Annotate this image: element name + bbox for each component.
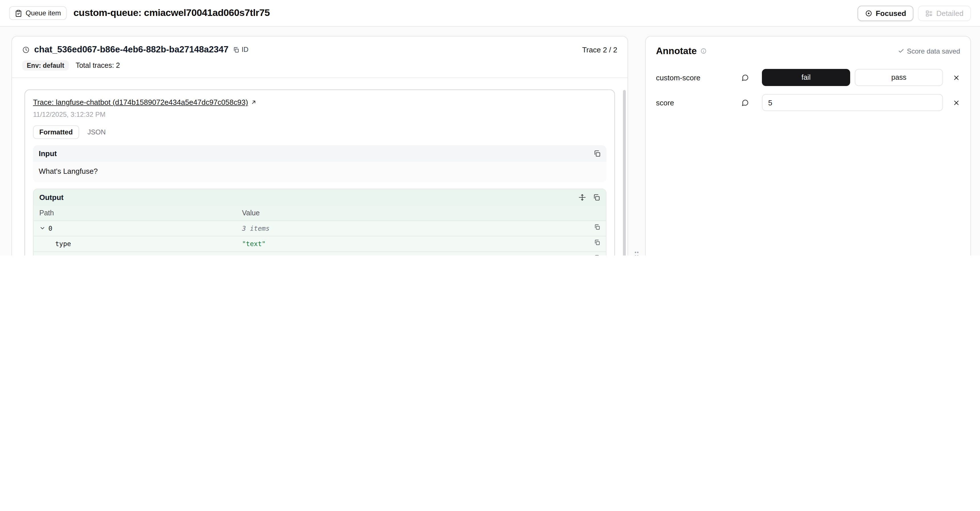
info-icon[interactable] bbox=[700, 48, 706, 54]
column-header-value: Value bbox=[236, 205, 606, 221]
trace-session-title: chat_536ed067-b86e-4eb6-882b-ba27148a234… bbox=[34, 45, 228, 55]
copy-icon[interactable] bbox=[594, 224, 600, 230]
queue-item-badge-label: Queue item bbox=[25, 9, 61, 17]
delete-score-button[interactable] bbox=[943, 99, 960, 106]
score-option-pass[interactable]: pass bbox=[855, 69, 943, 86]
trace-timestamp-1: 11/12/2025, 3:12:32 PM bbox=[33, 110, 606, 118]
expand-icon[interactable] bbox=[579, 194, 586, 201]
input-label: Input bbox=[39, 149, 57, 158]
annotate-panel: Annotate Score data saved custom-score f… bbox=[645, 36, 971, 256]
vertical-scrollbar[interactable] bbox=[623, 90, 626, 256]
score-row-custom-score: custom-score fail pass bbox=[656, 69, 960, 86]
queue-item-icon bbox=[15, 10, 22, 17]
copy-icon[interactable] bbox=[594, 255, 600, 256]
trace-counter: Trace 2 / 2 bbox=[582, 45, 617, 54]
table-row[interactable]: 0 3 items bbox=[33, 221, 606, 236]
delete-score-button[interactable] bbox=[943, 74, 960, 81]
trace-card-1: Trace: langfuse-chatbot (d174b1589072e43… bbox=[24, 89, 615, 256]
trace-panel: chat_536ed067-b86e-4eb6-882b-ba27148a234… bbox=[11, 36, 628, 256]
trace-panel-header: chat_536ed067-b86e-4eb6-882b-ba27148a234… bbox=[12, 37, 627, 57]
format-tabs-1: Formatted JSON bbox=[33, 125, 112, 139]
focus-icon bbox=[865, 10, 872, 17]
focused-view-button[interactable]: Focused bbox=[858, 5, 914, 21]
comment-icon[interactable] bbox=[741, 99, 762, 106]
copy-id-button[interactable]: ID bbox=[233, 46, 248, 54]
view-mode-switch: Focused Detailed bbox=[858, 5, 971, 21]
trace-list-scroll-area: Trace: langfuse-chatbot (d174b1589072e43… bbox=[12, 78, 627, 256]
trace-meta-row: Env: default Total traces: 2 bbox=[12, 57, 627, 78]
annotate-title: Annotate bbox=[656, 46, 697, 56]
output-block-1: Output Path bbox=[33, 189, 606, 256]
column-header-path: Path bbox=[33, 205, 236, 221]
copy-icon bbox=[233, 46, 239, 53]
detailed-layout-icon bbox=[926, 10, 933, 17]
trace-link-1[interactable]: Trace: langfuse-chatbot (d174b1589072e43… bbox=[33, 98, 256, 107]
total-traces-label: Total traces: 2 bbox=[76, 62, 120, 70]
detailed-view-button[interactable]: Detailed bbox=[918, 5, 971, 21]
check-icon bbox=[898, 48, 904, 54]
comment-icon[interactable] bbox=[741, 74, 762, 81]
tab-json[interactable]: JSON bbox=[81, 125, 112, 139]
env-badge: Env: default bbox=[22, 60, 69, 71]
copy-icon[interactable] bbox=[594, 239, 600, 245]
copy-icon[interactable] bbox=[593, 150, 601, 157]
panel-resize-handle[interactable] bbox=[633, 250, 640, 256]
score-row-score: score bbox=[656, 94, 960, 111]
score-name-label: score bbox=[656, 98, 741, 107]
output-json-table-1: Path Value bbox=[33, 205, 606, 256]
app-window: Queue item custom-queue: cmiacwel70041ad… bbox=[0, 0, 980, 256]
score-option-fail[interactable]: fail bbox=[762, 69, 850, 86]
table-row: type "text" bbox=[33, 236, 606, 252]
copy-icon[interactable] bbox=[593, 194, 600, 201]
page-title: custom-queue: cmiacwel70041ad060s7tlr75 bbox=[73, 7, 270, 19]
chevron-down-icon[interactable] bbox=[39, 225, 46, 231]
tab-formatted[interactable]: Formatted bbox=[33, 125, 79, 139]
queue-item-badge: Queue item bbox=[9, 6, 67, 20]
external-link-icon bbox=[250, 99, 256, 105]
input-text-1: What's Langfuse? bbox=[33, 162, 606, 182]
score-value-input[interactable] bbox=[762, 94, 943, 111]
score-saved-status: Score data saved bbox=[898, 47, 960, 55]
score-name-label: custom-score bbox=[656, 73, 741, 82]
output-label: Output bbox=[39, 193, 64, 202]
top-bar: Queue item custom-queue: cmiacwel70041ad… bbox=[0, 0, 980, 27]
input-block-1: Input What's Langfuse? bbox=[33, 145, 606, 182]
table-row: text "Langfuse is a tool designed to hel… bbox=[33, 252, 606, 256]
clock-icon bbox=[22, 46, 30, 53]
